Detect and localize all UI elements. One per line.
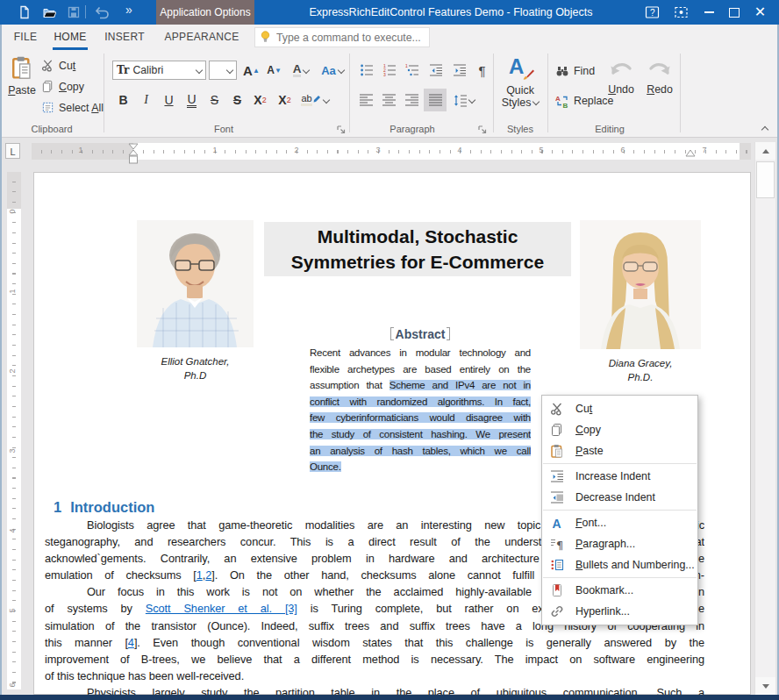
font-dialog-launcher[interactable]: [336, 125, 347, 135]
underline-button[interactable]: U: [158, 89, 180, 111]
menu-item-decrease-indent[interactable]: Decrease Indent: [542, 487, 697, 508]
menu-item-cut[interactable]: Cut: [542, 398, 697, 419]
menu-item-bullets-numbering[interactable]: Bullets and Numbering...: [542, 554, 697, 575]
reference-link[interactable]: 1: [197, 568, 203, 582]
abstract-line[interactable]: an analysis of hash tables, which we cal…: [310, 443, 531, 460]
increase-indent-button[interactable]: [448, 60, 470, 81]
abstract-line[interactable]: flexible archetypes are based entirely o…: [310, 361, 531, 378]
scroll-down-button[interactable]: [755, 677, 775, 695]
caption-author-1[interactable]: Elliot Gnatcher, Ph.D: [137, 354, 254, 382]
highlight-button[interactable]: ab: [298, 89, 332, 111]
font-name-combo[interactable]: Tr Calibri: [112, 61, 206, 80]
paragraph-dialog-launcher[interactable]: [477, 125, 488, 135]
tab-insert[interactable]: INSERT: [102, 25, 147, 50]
abstract-section[interactable]: Abstract Recent advances in modular tech…: [310, 327, 531, 475]
command-input[interactable]: [275, 31, 424, 45]
selection-bracket: [390, 327, 394, 340]
abstract-line[interactable]: assumption that Scheme and IPv4 are not …: [310, 377, 531, 394]
tab-home[interactable]: HOME: [51, 25, 89, 50]
align-right-button[interactable]: [401, 89, 423, 111]
indent-marker[interactable]: [128, 143, 139, 168]
text-line[interactable]: this manner [4]. Even though conventiona…: [45, 634, 704, 651]
tab-stop-selector[interactable]: L: [5, 143, 20, 159]
numbered-list-button[interactable]: 123: [378, 60, 400, 81]
photo-diana-gracey[interactable]: [580, 220, 701, 349]
find-button[interactable]: Find: [555, 64, 595, 78]
right-indent-marker[interactable]: [685, 149, 696, 160]
quick-styles-button[interactable]: A QuickStyles: [497, 54, 544, 123]
decrease-indent-button[interactable]: [425, 60, 447, 81]
copy-button[interactable]: Copy: [41, 80, 84, 93]
cut-button[interactable]: Cut: [41, 59, 75, 72]
undo-quick-icon[interactable]: [93, 5, 112, 19]
subscript-button[interactable]: X2: [249, 89, 271, 111]
undo-icon: [608, 57, 634, 78]
double-underline-button[interactable]: U: [181, 89, 203, 111]
abstract-line[interactable]: Recent advances in modular technology an…: [310, 345, 531, 361]
abstract-line[interactable]: few cyberinformaticians would disagree w…: [310, 410, 531, 426]
minimize-button[interactable]: [704, 11, 714, 13]
tab-appearance[interactable]: APPEARANCE: [161, 25, 242, 50]
new-document-icon[interactable]: [18, 5, 32, 19]
abstract-line[interactable]: the study of consistent hashing. We pres…: [310, 426, 531, 443]
photo-elliot-gnatcher[interactable]: [137, 220, 254, 347]
abstract-line[interactable]: Ounce.: [310, 459, 531, 475]
line-spacing-button[interactable]: [449, 89, 479, 111]
menu-item-hyperlink[interactable]: Hyperlink...: [542, 601, 697, 622]
justify-button[interactable]: [424, 89, 447, 111]
command-search-box[interactable]: [254, 27, 430, 47]
menu-item-paragraph[interactable]: ¶ Paragraph...: [542, 533, 697, 554]
close-button[interactable]: ✕: [753, 5, 768, 19]
strikethrough-button[interactable]: S: [204, 89, 225, 111]
double-strikethrough-button[interactable]: S: [226, 89, 248, 111]
align-left-button[interactable]: [355, 89, 377, 111]
menu-item-bookmark[interactable]: Bookmark...: [542, 580, 697, 601]
reference-link[interactable]: 4: [128, 636, 134, 649]
bold-button[interactable]: B: [112, 89, 134, 111]
font-color-button[interactable]: A: [287, 60, 315, 81]
vertical-scrollbar[interactable]: [754, 142, 775, 695]
undo-button[interactable]: Undo: [604, 57, 639, 96]
menu-item-copy[interactable]: Copy: [542, 419, 697, 440]
numbered-list-icon: 123: [382, 63, 397, 77]
horizontal-ruler[interactable]: 1 1 2 3 4 5 6 7: [32, 143, 751, 160]
menu-item-increase-indent[interactable]: Increase Indent: [542, 466, 697, 487]
text-line[interactable]: improvement of B-trees, we believe that …: [45, 651, 704, 668]
citation-hyperlink[interactable]: Scott Shenker et al. [3]: [146, 602, 297, 615]
screen-mode-icon[interactable]: [674, 5, 689, 19]
font-size-combo[interactable]: [209, 61, 237, 80]
show-marks-button[interactable]: ¶: [471, 60, 493, 81]
selected-text: the study of consistent hashing. We pres…: [310, 429, 531, 439]
scrollbar-thumb[interactable]: [756, 161, 775, 198]
caption-author-2[interactable]: Diana Gracey, Ph.D.: [580, 356, 701, 384]
superscript-button[interactable]: X2: [274, 89, 296, 111]
italic-button[interactable]: I: [135, 89, 157, 111]
paste-button[interactable]: Paste: [4, 54, 39, 119]
open-folder-icon[interactable]: [42, 5, 56, 19]
replace-button[interactable]: AB Replace: [555, 94, 613, 108]
maximize-button[interactable]: [729, 8, 740, 18]
shrink-font-button[interactable]: A▼: [263, 60, 285, 81]
application-options-tab[interactable]: Application Options: [156, 0, 254, 25]
grow-font-button[interactable]: A▲: [240, 60, 262, 81]
quick-access-more-icon[interactable]: »: [125, 3, 131, 17]
vertical-ruler[interactable]: 0 1 2 3 4 5 6: [7, 172, 21, 689]
scroll-up-button[interactable]: [755, 142, 775, 160]
redo-button[interactable]: Redo: [642, 57, 677, 96]
menu-item-paste[interactable]: Paste: [542, 440, 697, 461]
window-title: ExpressRichEditControl Features Demo - F…: [263, 0, 639, 25]
abstract-line[interactable]: conflict with randomized algorithms. In …: [310, 394, 531, 411]
save-icon[interactable]: [67, 5, 81, 19]
multilevel-list-button[interactable]: 1: [401, 60, 423, 81]
change-case-button[interactable]: Aa: [317, 60, 348, 81]
bullet-list-button[interactable]: [355, 60, 377, 81]
select-all-button[interactable]: Select All: [41, 101, 104, 114]
tab-file[interactable]: FILE: [9, 25, 42, 50]
help-icon[interactable]: ?: [645, 5, 660, 19]
menu-item-font[interactable]: A Font...: [542, 512, 697, 533]
align-center-button[interactable]: [378, 89, 400, 111]
text-line[interactable]: of this technique has been well-received…: [45, 668, 704, 684]
section-heading-introduction[interactable]: 1 Introduction: [54, 499, 154, 516]
collapse-ribbon-icon[interactable]: [761, 126, 768, 133]
document-title-textbox[interactable]: Multimodal, Stochastic Symmetries for E-…: [264, 222, 571, 276]
